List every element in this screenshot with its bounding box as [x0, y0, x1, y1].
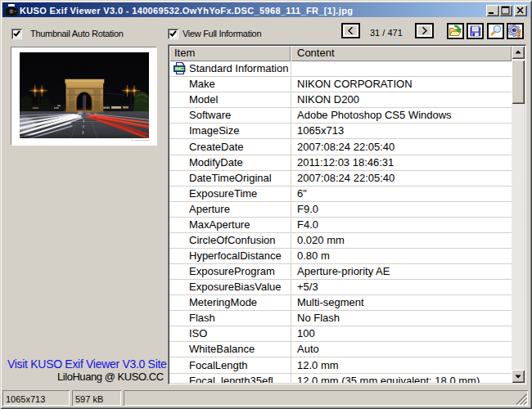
svg-text:IMG: IMG: [175, 66, 184, 72]
